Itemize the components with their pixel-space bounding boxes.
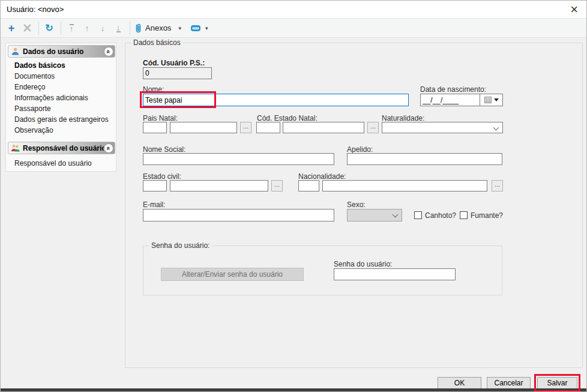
- salvar-button[interactable]: Salvar: [537, 377, 577, 390]
- chevron-down-icon: [393, 212, 399, 218]
- senha-groupbox: Senha do usuário: Alterar/Enviar senha d…: [143, 246, 502, 295]
- pais-natal-browse-button[interactable]: ...: [240, 122, 251, 133]
- estado-natal-browse-button[interactable]: ...: [367, 122, 379, 133]
- close-icon[interactable]: ×: [570, 2, 578, 17]
- nacionalidade-name-input[interactable]: [322, 180, 487, 191]
- titlebar: Usuário: <novo> ×: [1, 1, 586, 19]
- paperclip-icon: [133, 23, 143, 34]
- senha-usuario-input[interactable]: [334, 268, 456, 280]
- fumante-checkbox[interactable]: [460, 211, 468, 219]
- toolbar-separator: [130, 22, 130, 35]
- double-chevron-up-icon: «: [106, 49, 112, 53]
- estado-civil-name-input[interactable]: [170, 180, 268, 191]
- sidebar-item-dados-basicos[interactable]: Dados básicos: [14, 61, 65, 70]
- nome-label: Nome:: [143, 85, 164, 94]
- window-title: Usuário: <novo>: [1, 5, 64, 14]
- move-up-icon: ↑: [85, 25, 89, 32]
- refresh-button[interactable]: ↻: [42, 21, 56, 35]
- move-last-icon: ↓: [116, 24, 121, 32]
- apelido-input[interactable]: [347, 153, 502, 165]
- email-input[interactable]: [143, 209, 334, 222]
- plus-icon: +: [8, 23, 15, 34]
- dados-basicos-groupbox: Dados básicos Cód. Usuário P.S.: Nome: D…: [125, 43, 583, 368]
- refresh-icon: ↻: [45, 22, 53, 34]
- user-icon: [11, 47, 20, 56]
- background-window-edge: [1, 388, 586, 391]
- nacionalidade-code-input[interactable]: [298, 180, 319, 191]
- estado-civil-code-input[interactable]: [143, 180, 167, 191]
- nacionalidade-label: Nacionalidade:: [298, 172, 346, 181]
- naturalidade-select[interactable]: [382, 122, 503, 133]
- data-nascimento-label: Data de nascimento:: [420, 85, 486, 94]
- groupbox-title: Dados básicos: [131, 38, 183, 47]
- users-icon: [11, 143, 20, 152]
- print-dropdown-button[interactable]: ▾: [190, 23, 212, 34]
- alterar-enviar-senha-button[interactable]: Alterar/Enviar senha do usuário: [161, 268, 304, 281]
- double-chevron-up-icon: «: [106, 146, 112, 149]
- estado-civil-browse-button[interactable]: ...: [271, 180, 283, 191]
- sexo-select[interactable]: [347, 209, 402, 222]
- collapse-button[interactable]: «: [104, 143, 113, 153]
- move-first-icon: ↑: [70, 24, 74, 32]
- canhoto-checkbox[interactable]: [414, 211, 422, 219]
- fumante-label: Fumante?: [471, 211, 503, 220]
- add-button[interactable]: +: [4, 21, 19, 35]
- canhoto-label: Canhoto?: [425, 211, 456, 220]
- sidebar-item-informacoes-adicionais[interactable]: Informações adicionais: [14, 94, 88, 102]
- sidebar-item-passaporte[interactable]: Passaporte: [14, 104, 51, 113]
- user-dialog-window: Usuário: <novo> × + ↻ ↑ ↑ ↓ ↓ Anexos ▾ ▾: [0, 0, 587, 392]
- sexo-label: Sexo:: [347, 201, 366, 209]
- data-nascimento-input[interactable]: [420, 94, 480, 106]
- cod-estado-natal-label: Cód. Estado Natal:: [257, 114, 318, 122]
- sidebar-item-dados-gerais-estrangeiros[interactable]: Dados gerais de estrangeiros: [14, 115, 109, 124]
- dialog-content: Dados do usuário « Dados básicos Documen…: [1, 38, 587, 390]
- sidebar-section-user-data[interactable]: Dados do usuário «: [8, 45, 115, 58]
- apelido-label: Apelido:: [347, 145, 373, 154]
- anexos-dropdown-button[interactable]: Anexos ▾: [133, 23, 185, 34]
- delete-x-icon: [23, 24, 31, 32]
- delete-button[interactable]: [20, 21, 34, 35]
- collapse-button[interactable]: «: [104, 47, 113, 56]
- pais-natal-label: Pais Natal:: [143, 114, 178, 122]
- chevron-down-icon: ▾: [205, 25, 208, 31]
- estado-natal-name-input[interactable]: [283, 122, 364, 133]
- chevron-down-icon: [493, 125, 499, 131]
- senha-groupbox-title: Senha do usuário:: [149, 241, 212, 250]
- move-down-icon: ↓: [101, 25, 105, 32]
- email-label: E-mail:: [143, 201, 165, 209]
- nome-input[interactable]: [143, 94, 409, 106]
- cancelar-button[interactable]: Cancelar: [487, 377, 531, 390]
- sidebar-item-documentos[interactable]: Documentos: [14, 72, 55, 80]
- sidebar-section-title: Responsável do usuário: [23, 144, 104, 152]
- nacionalidade-browse-button[interactable]: ...: [492, 180, 503, 191]
- sidebar-section-responsavel[interactable]: Responsável do usuário «: [8, 142, 115, 154]
- sidebar-item-endereco[interactable]: Endereço: [14, 83, 45, 91]
- pais-natal-name-input[interactable]: [170, 122, 237, 133]
- move-down-button[interactable]: ↓: [95, 21, 110, 35]
- date-picker-button[interactable]: [480, 94, 503, 106]
- pais-natal-code-input[interactable]: [143, 122, 167, 133]
- cod-usuario-label: Cód. Usuário P.S.:: [143, 59, 205, 67]
- move-up-button[interactable]: ↑: [80, 21, 94, 35]
- toolbar-separator: [38, 22, 39, 35]
- sidebar-item-observacao[interactable]: Observação: [14, 126, 53, 134]
- cod-usuario-input[interactable]: [143, 67, 212, 79]
- sidebar-item-responsavel-usuario[interactable]: Responsável do usuário: [14, 159, 92, 167]
- move-first-button[interactable]: ↑: [64, 21, 79, 35]
- chevron-down-icon: ▾: [178, 25, 181, 31]
- toolbar: + ↻ ↑ ↑ ↓ ↓ Anexos ▾ ▾: [1, 19, 586, 38]
- naturalidade-label: Naturalidade:: [382, 114, 424, 122]
- estado-civil-label: Estado civil:: [143, 172, 181, 181]
- nome-social-input[interactable]: [143, 153, 334, 165]
- ok-button[interactable]: OK: [438, 377, 481, 390]
- nome-social-label: Nome Social:: [143, 145, 185, 154]
- estado-natal-code-input[interactable]: [256, 122, 280, 133]
- toolbar-separator: [61, 22, 61, 35]
- printer-icon: [190, 23, 202, 34]
- sidebar: Dados do usuário « Dados básicos Documen…: [5, 43, 116, 172]
- move-last-button[interactable]: ↓: [111, 21, 125, 35]
- anexos-label: Anexos: [145, 23, 171, 32]
- senha-usuario-label: Senha do usuário:: [334, 260, 392, 268]
- calendar-icon: [484, 97, 492, 103]
- sidebar-section-title: Dados do usuário: [23, 47, 104, 56]
